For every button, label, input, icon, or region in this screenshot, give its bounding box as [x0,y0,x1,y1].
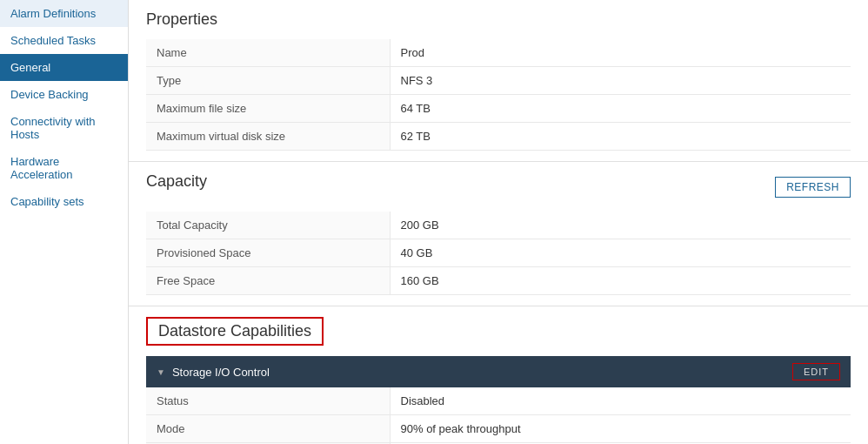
capacity-value: 200 GB [390,212,851,239]
sidebar-item-label: Alarm Definitions [10,7,96,20]
datastore-capabilities-title: Datastore Capabilities [146,317,324,346]
table-row: Maximum virtual disk size62 TB [146,123,851,151]
property-label: Type [146,67,390,95]
storage-io-label: Status [146,387,390,415]
capacity-section: Capacity REFRESH Total Capacity200 GBPro… [129,162,868,306]
property-label: Name [146,39,390,67]
table-row: Maximum file size64 TB [146,95,851,123]
properties-title: Properties [146,10,851,29]
storage-io-left: ▼ Storage I/O Control [157,366,270,379]
capacity-label: Total Capacity [146,212,390,239]
table-row: TypeNFS 3 [146,67,851,95]
datastore-capabilities-section: Datastore Capabilities ▼ Storage I/O Con… [129,306,868,444]
table-row: Free Space160 GB [146,267,851,295]
capacity-value: 160 GB [390,267,851,295]
refresh-button[interactable]: REFRESH [775,177,851,198]
sidebar-item-label: Scheduled Tasks [10,34,96,47]
table-row: Total Capacity200 GB [146,212,851,239]
sidebar-item-connectivity-with-hosts[interactable]: Connectivity with Hosts [0,108,128,148]
sidebar-item-hardware-acceleration[interactable]: Hardware Acceleration [0,148,128,188]
storage-io-control-table: StatusDisabledMode90% of peak throughput… [146,387,851,444]
sidebar-item-capability-sets[interactable]: Capability sets [0,188,128,215]
chevron-down-icon: ▼ [157,367,165,377]
capacity-header: Capacity REFRESH [146,172,851,201]
table-row: NameProd [146,39,851,67]
property-label: Maximum virtual disk size [146,123,390,151]
sidebar-item-label: Device Backing [10,88,89,101]
sidebar-item-label: Capability sets [10,195,84,208]
sidebar-item-label: Hardware Acceleration [10,155,73,181]
sidebar-item-alarm-definitions[interactable]: Alarm Definitions [0,0,128,27]
properties-table: NameProdTypeNFS 3Maximum file size64 TBM… [146,39,851,151]
sidebar-item-device-backing[interactable]: Device Backing [0,81,128,108]
sidebar-item-label: Connectivity with Hosts [10,115,96,141]
main-content: Properties NameProdTypeNFS 3Maximum file… [129,0,868,444]
properties-section: Properties NameProdTypeNFS 3Maximum file… [129,0,868,162]
sidebar-item-general[interactable]: General [0,54,128,81]
capacity-label: Free Space [146,267,390,295]
property-value: Prod [390,39,851,67]
capacity-title: Capacity [146,172,207,191]
capacity-label: Provisioned Space [146,239,390,267]
edit-button[interactable]: EDIT [792,363,840,380]
sidebar-item-scheduled-tasks[interactable]: Scheduled Tasks [0,27,128,54]
storage-io-value: 90% of peak throughput [390,415,851,443]
property-value: NFS 3 [390,67,851,95]
storage-io-label: Mode [146,415,390,443]
property-value: 62 TB [390,123,851,151]
capacity-table: Total Capacity200 GBProvisioned Space40 … [146,212,851,295]
capacity-value: 40 GB [390,239,851,267]
property-value: 64 TB [390,95,851,123]
sidebar: Alarm Definitions Scheduled Tasks Genera… [0,0,129,444]
table-row: StatusDisabled [146,387,851,415]
storage-io-value: Disabled [390,387,851,415]
property-label: Maximum file size [146,95,390,123]
table-row: Mode90% of peak throughput [146,415,851,443]
storage-io-label: Storage I/O Control [172,366,270,379]
table-row: Provisioned Space40 GB [146,239,851,267]
storage-io-control-header: ▼ Storage I/O Control EDIT [146,356,851,387]
sidebar-item-label: General [10,61,50,74]
